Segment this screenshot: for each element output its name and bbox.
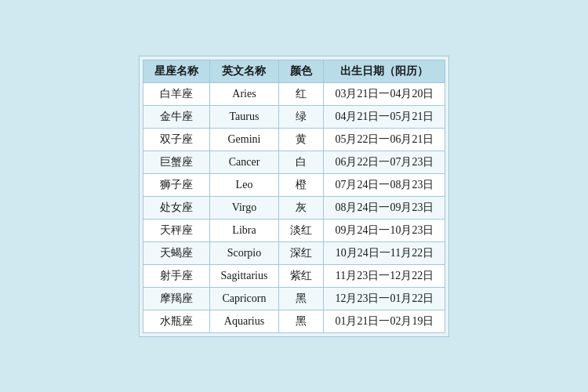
cell-chinese-name: 狮子座 xyxy=(143,173,209,196)
table-row: 天蝎座Scorpio深红10月24日一11月22日 xyxy=(143,241,445,264)
cell-dates: 09月24日一10月23日 xyxy=(324,219,445,241)
cell-english-name: Capricorn xyxy=(209,287,279,310)
table-row: 金牛座Taurus绿04月21日一05月21日 xyxy=(143,105,445,128)
cell-chinese-name: 金牛座 xyxy=(143,105,209,128)
cell-chinese-name: 天蝎座 xyxy=(143,241,209,264)
header-english-name: 英文名称 xyxy=(209,60,279,82)
cell-color: 紫红 xyxy=(279,264,324,287)
cell-english-name: Sagittarius xyxy=(209,264,279,287)
cell-english-name: Scorpio xyxy=(209,241,279,264)
cell-english-name: Gemini xyxy=(209,128,279,151)
cell-color: 橙 xyxy=(279,173,324,196)
cell-dates: 03月21日一04月20日 xyxy=(324,82,445,105)
cell-dates: 12月23日一01月22日 xyxy=(324,287,445,310)
table-row: 狮子座Leo橙07月24日一08月23日 xyxy=(143,173,445,196)
cell-english-name: Cancer xyxy=(209,151,279,173)
table-row: 射手座Sagittarius紫红11月23日一12月22日 xyxy=(143,264,445,287)
cell-dates: 06月22日一07月23日 xyxy=(324,151,445,173)
cell-english-name: Leo xyxy=(209,173,279,196)
cell-chinese-name: 巨蟹座 xyxy=(143,151,209,173)
table-row: 双子座Gemini黄05月22日一06月21日 xyxy=(143,128,445,151)
cell-color: 绿 xyxy=(279,105,324,128)
cell-dates: 08月24日一09月23日 xyxy=(324,196,445,219)
header-chinese-name: 星座名称 xyxy=(143,60,209,82)
cell-english-name: Libra xyxy=(209,219,279,241)
cell-english-name: Aries xyxy=(209,82,279,105)
header-dates: 出生日期（阳历） xyxy=(324,60,445,82)
cell-chinese-name: 水瓶座 xyxy=(143,310,209,332)
table-row: 处女座Virgo灰08月24日一09月23日 xyxy=(143,196,445,219)
zodiac-table: 星座名称 英文名称 颜色 出生日期（阳历） 白羊座Aries红03月21日一04… xyxy=(143,60,446,333)
table-row: 白羊座Aries红03月21日一04月20日 xyxy=(143,82,445,105)
cell-color: 黑 xyxy=(279,287,324,310)
cell-color: 深红 xyxy=(279,241,324,264)
table-row: 水瓶座Aquarius黑01月21日一02月19日 xyxy=(143,310,445,332)
cell-chinese-name: 双子座 xyxy=(143,128,209,151)
table-row: 巨蟹座Cancer白06月22日一07月23日 xyxy=(143,151,445,173)
cell-chinese-name: 白羊座 xyxy=(143,82,209,105)
cell-color: 灰 xyxy=(279,196,324,219)
table-header-row: 星座名称 英文名称 颜色 出生日期（阳历） xyxy=(143,60,445,82)
cell-english-name: Taurus xyxy=(209,105,279,128)
cell-color: 白 xyxy=(279,151,324,173)
cell-dates: 05月22日一06月21日 xyxy=(324,128,445,151)
cell-color: 黑 xyxy=(279,310,324,332)
cell-chinese-name: 射手座 xyxy=(143,264,209,287)
header-color: 颜色 xyxy=(279,60,324,82)
cell-color: 黄 xyxy=(279,128,324,151)
cell-dates: 07月24日一08月23日 xyxy=(324,173,445,196)
cell-dates: 01月21日一02月19日 xyxy=(324,310,445,332)
cell-dates: 10月24日一11月22日 xyxy=(324,241,445,264)
zodiac-table-wrapper: 星座名称 英文名称 颜色 出生日期（阳历） 白羊座Aries红03月21日一04… xyxy=(139,56,450,337)
cell-chinese-name: 摩羯座 xyxy=(143,287,209,310)
cell-color: 红 xyxy=(279,82,324,105)
cell-dates: 04月21日一05月21日 xyxy=(324,105,445,128)
table-row: 摩羯座Capricorn黑12月23日一01月22日 xyxy=(143,287,445,310)
cell-color: 淡红 xyxy=(279,219,324,241)
cell-english-name: Virgo xyxy=(209,196,279,219)
cell-dates: 11月23日一12月22日 xyxy=(324,264,445,287)
cell-english-name: Aquarius xyxy=(209,310,279,332)
cell-chinese-name: 处女座 xyxy=(143,196,209,219)
cell-chinese-name: 天秤座 xyxy=(143,219,209,241)
table-row: 天秤座Libra淡红09月24日一10月23日 xyxy=(143,219,445,241)
